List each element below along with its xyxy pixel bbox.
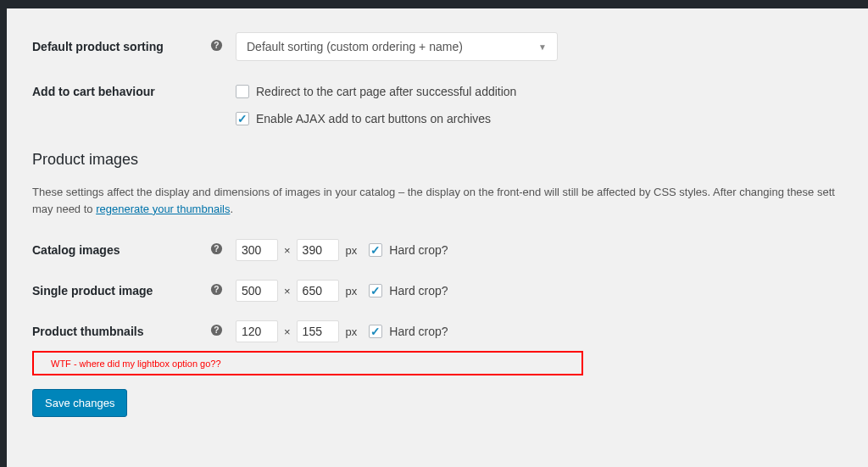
thumbnails-row: Product thumbnails ? × px ✓ Hard crop? [32,320,851,342]
redirect-checkbox-label: Redirect to the cart page after successf… [256,85,516,98]
ajax-checkbox-label: Enable AJAX add to cart buttons on archi… [256,112,491,125]
px-label: px [346,325,358,338]
catalog-width-input[interactable] [236,239,278,261]
single-hardcrop-checkbox[interactable]: ✓ [369,284,382,297]
product-images-heading: Product images [32,151,851,169]
times-symbol: × [284,285,291,297]
thumb-width-input[interactable] [236,320,278,342]
chevron-down-icon: ▼ [538,42,547,52]
single-width-input[interactable] [236,280,278,302]
help-icon[interactable]: ? [210,242,236,258]
default-sorting-select[interactable]: Default sorting (custom ordering + name)… [236,32,558,61]
thumb-height-input[interactable] [297,320,339,342]
checkmark-icon: ✓ [370,325,381,337]
checkmark-icon: ✓ [370,285,381,297]
checkmark-icon: ✓ [237,113,248,125]
single-product-row: Single product image ? × px ✓ Hard crop? [32,280,851,302]
help-icon[interactable]: ? [210,283,236,298]
thumb-hardcrop-checkbox[interactable]: ✓ [369,325,382,338]
annotation-text: WTF - where did my lightbox option go?? [51,359,221,369]
regenerate-thumbnails-link[interactable]: regenerate your thumbnails [96,203,230,215]
redirect-checkbox[interactable] [236,85,249,98]
thumb-hardcrop-label: Hard crop? [389,325,448,338]
annotation-box: WTF - where did my lightbox option go?? [32,351,583,375]
times-symbol: × [284,325,291,338]
thumbnails-label: Product thumbnails [32,325,210,338]
svg-text:?: ? [214,41,219,50]
svg-text:?: ? [214,325,219,335]
catalog-images-row: Catalog images ? × px ✓ Hard crop? [32,239,851,261]
redirect-checkbox-row: Redirect to the cart page after successf… [236,85,516,98]
svg-text:?: ? [214,244,219,253]
admin-sidebar-edge [0,8,7,467]
px-label: px [346,244,358,257]
catalog-images-label: Catalog images [32,243,210,257]
add-to-cart-row: Add to cart behaviour Redirect to the ca… [32,85,851,125]
ajax-checkbox[interactable]: ✓ [236,112,249,125]
product-images-description: These settings affect the display and di… [32,184,851,217]
save-changes-button[interactable]: Save changes [32,389,127,417]
select-value: Default sorting (custom ordering + name) [247,40,463,53]
ajax-checkbox-row: ✓ Enable AJAX add to cart buttons on arc… [236,112,516,125]
svg-text:?: ? [214,285,219,294]
single-hardcrop-label: Hard crop? [389,284,448,297]
admin-toolbar [0,0,868,8]
catalog-hardcrop-label: Hard crop? [389,243,448,257]
single-height-input[interactable] [297,280,339,302]
checkmark-icon: ✓ [370,244,381,256]
catalog-height-input[interactable] [297,239,339,261]
default-sorting-label: Default product sorting [32,40,210,53]
times-symbol: × [284,244,291,257]
add-to-cart-label: Add to cart behaviour [32,85,210,98]
catalog-hardcrop-checkbox[interactable]: ✓ [369,243,382,257]
settings-panel: Default product sorting ? Default sortin… [7,8,868,434]
help-icon[interactable]: ? [210,39,236,54]
default-sorting-row: Default product sorting ? Default sortin… [32,32,851,61]
help-icon[interactable]: ? [210,324,236,339]
single-product-label: Single product image [32,284,210,297]
px-label: px [346,285,358,297]
